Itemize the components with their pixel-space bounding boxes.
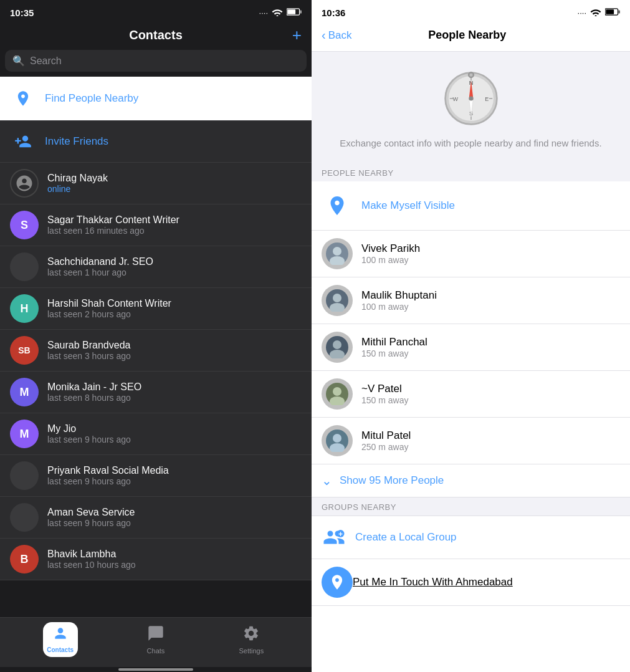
contact-status: last seen 10 hours ago bbox=[47, 560, 302, 570]
find-people-nearby-item[interactable]: Find People Nearby bbox=[0, 77, 312, 121]
contact-item[interactable]: M Monika Jain - Jr SEO last seen 8 hours… bbox=[0, 372, 312, 413]
status-time-left: 10:35 bbox=[10, 7, 34, 18]
avatar: S bbox=[10, 211, 39, 239]
contact-item[interactable]: Sachchidanand Jr. SEO last seen 1 hour a… bbox=[0, 246, 312, 288]
contact-info: Aman Seva Service last seen 9 hours ago bbox=[47, 507, 302, 528]
tab-settings[interactable]: Settings bbox=[204, 625, 299, 655]
compass-icon: N S E W bbox=[443, 70, 499, 127]
contact-info: Bhavik Lambha last seen 10 hours ago bbox=[47, 549, 302, 570]
nearby-distance: 150 m away bbox=[361, 348, 620, 358]
svg-point-20 bbox=[469, 96, 473, 100]
contact-item[interactable]: Aman Seva Service last seen 9 hours ago bbox=[0, 497, 312, 539]
status-bar-left: 10:35 ···· bbox=[0, 0, 312, 23]
contact-status: last seen 1 hour ago bbox=[47, 267, 302, 277]
groups-section: GROUPS NEARBY bbox=[312, 497, 630, 516]
contact-name: Saurab Brandveda bbox=[47, 340, 302, 351]
contacts-header: Contacts + bbox=[0, 23, 312, 50]
create-group-label: Create a Local Group bbox=[355, 531, 457, 544]
contact-item[interactable]: H Harshil Shah Content Writer last seen … bbox=[0, 288, 312, 330]
avatar bbox=[322, 425, 353, 456]
tab-contacts[interactable]: Contacts bbox=[12, 622, 108, 657]
battery-icon-right bbox=[605, 7, 620, 18]
search-icon-left: 🔍 bbox=[12, 55, 25, 67]
nav-header: ‹ Back People Nearby bbox=[312, 23, 630, 52]
page-title: People Nearby bbox=[314, 29, 620, 42]
contact-item[interactable]: SB Saurab Brandveda last seen 3 hours ag… bbox=[0, 330, 312, 372]
contact-name: Aman Seva Service bbox=[47, 507, 302, 518]
svg-point-4 bbox=[595, 15, 597, 16]
nearby-info: Put Me In Touch With Ahmedabad bbox=[353, 576, 620, 588]
svg-rect-6 bbox=[618, 10, 620, 13]
contact-info: Sachchidanand Jr. SEO last seen 1 hour a… bbox=[47, 256, 302, 277]
people-nearby-header: PEOPLE NEARBY bbox=[312, 163, 630, 181]
home-bar bbox=[118, 668, 193, 671]
contact-status: last seen 16 minutes ago bbox=[47, 226, 302, 236]
nearby-person-item[interactable]: Mitul Patel 250 m away bbox=[312, 418, 630, 464]
search-placeholder: Search bbox=[30, 55, 62, 67]
status-bar-right: 10:36 ···· bbox=[312, 0, 630, 23]
compass-section: N S E W Exchange contact info with peopl… bbox=[312, 52, 630, 163]
right-panel: 10:36 ···· ‹ Back bbox=[312, 0, 630, 672]
contact-info: Chirag Nayak online bbox=[47, 173, 302, 194]
contact-name: Monika Jain - Jr SEO bbox=[47, 382, 302, 393]
contact-item[interactable]: B Bhavik Lambha last seen 10 hours ago bbox=[0, 539, 312, 580]
contact-item[interactable]: Priyank Raval Social Media last seen 9 h… bbox=[0, 455, 312, 497]
nearby-info: Mithil Panchal 150 m away bbox=[361, 336, 620, 358]
svg-point-0 bbox=[277, 15, 279, 16]
nearby-person-item[interactable]: Mithil Panchal 150 m away bbox=[312, 324, 630, 371]
contact-status: last seen 8 hours ago bbox=[47, 393, 302, 403]
make-visible-item[interactable]: Make Myself Visible bbox=[312, 181, 630, 231]
show-more-label: Show 95 More People bbox=[340, 474, 444, 487]
search-bar-container[interactable]: 🔍 Search bbox=[5, 50, 307, 72]
avatar bbox=[10, 461, 39, 490]
contact-item[interactable]: Chirag Nayak online bbox=[0, 163, 312, 204]
put-me-in-touch-item[interactable]: Put Me In Touch With Ahmedabad bbox=[312, 559, 630, 606]
nearby-person-item[interactable]: Vivek Parikh 100 m away bbox=[312, 231, 630, 277]
svg-text:E: E bbox=[485, 96, 489, 102]
signal-dots-icon-right: ···· bbox=[578, 8, 586, 17]
contacts-tab-icon bbox=[52, 625, 69, 645]
settings-tab-icon bbox=[242, 625, 260, 645]
svg-text:+: + bbox=[338, 529, 343, 538]
invite-friends-item[interactable]: Invite Friends bbox=[0, 121, 312, 163]
avatar bbox=[322, 285, 353, 316]
contact-status: online bbox=[47, 184, 302, 194]
avatar bbox=[322, 238, 353, 269]
nearby-person-item[interactable]: ~V Patel 150 m away bbox=[312, 371, 630, 418]
contact-status: last seen 3 hours ago bbox=[47, 351, 302, 361]
nearby-person-item[interactable]: Maulik Bhuptani 100 m away bbox=[312, 277, 630, 324]
status-icons-left: ···· bbox=[259, 7, 302, 18]
contact-info: Sagar Thakkar Content Writer last seen 1… bbox=[47, 214, 302, 236]
contact-item[interactable]: S Sagar Thakkar Content Writer last seen… bbox=[0, 204, 312, 246]
add-contact-button[interactable]: + bbox=[292, 26, 302, 45]
avatar: M bbox=[10, 420, 39, 448]
people-list: Make Myself Visible Vivek Parikh 100 m a… bbox=[312, 181, 630, 673]
tab-chats[interactable]: Chats bbox=[108, 625, 203, 655]
contact-info: Harshil Shah Content Writer last seen 2 … bbox=[47, 298, 302, 319]
status-icons-right: ···· bbox=[578, 7, 620, 18]
create-local-group-item[interactable]: + Create a Local Group bbox=[312, 516, 630, 559]
nearby-name: Put Me In Touch With Ahmedabad bbox=[353, 576, 620, 588]
nearby-name: Maulik Bhuptani bbox=[361, 289, 620, 302]
nearby-distance: 100 m away bbox=[361, 302, 620, 312]
nearby-info: Vivek Parikh 100 m away bbox=[361, 242, 620, 265]
contact-item[interactable]: M My Jio last seen 9 hours ago bbox=[0, 413, 312, 455]
contact-name: Sachchidanand Jr. SEO bbox=[47, 256, 302, 267]
contact-status: last seen 9 hours ago bbox=[47, 518, 302, 528]
nearby-info: Mitul Patel 250 m away bbox=[361, 430, 620, 452]
avatar bbox=[10, 169, 39, 198]
contact-info: Saurab Brandveda last seen 3 hours ago bbox=[47, 340, 302, 361]
make-visible-label: Make Myself Visible bbox=[361, 199, 455, 212]
wifi-icon-right bbox=[590, 7, 601, 18]
nearby-name: ~V Patel bbox=[361, 383, 620, 395]
avatar bbox=[322, 378, 353, 410]
nearby-info: ~V Patel 150 m away bbox=[361, 383, 620, 405]
svg-point-24 bbox=[333, 247, 341, 256]
contact-name: Chirag Nayak bbox=[47, 173, 302, 184]
contact-name: Harshil Shah Content Writer bbox=[47, 298, 302, 309]
nearby-name: Vivek Parikh bbox=[361, 242, 620, 255]
show-more-button[interactable]: ⌄ Show 95 More People bbox=[312, 464, 630, 497]
put-me-avatar bbox=[322, 567, 353, 598]
contact-status: last seen 2 hours ago bbox=[47, 309, 302, 319]
contact-name: My Jio bbox=[47, 423, 302, 434]
